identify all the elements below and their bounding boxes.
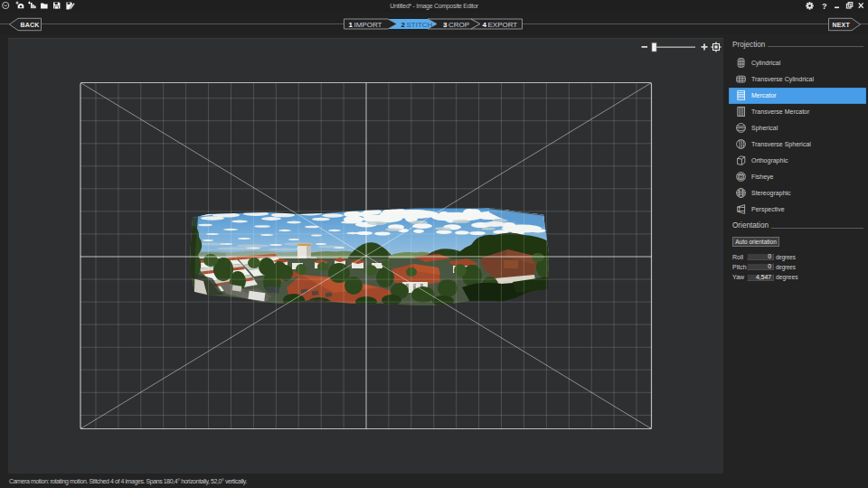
svg-text:EXPORT: EXPORT (488, 21, 518, 29)
svg-text:2: 2 (401, 21, 406, 29)
svg-text:CROP: CROP (448, 21, 469, 29)
svg-text:IMPORT: IMPORT (354, 21, 382, 29)
svg-text:4: 4 (483, 21, 487, 29)
svg-text:NEXT: NEXT (833, 22, 851, 28)
svg-text:3: 3 (443, 21, 448, 29)
svg-text:STITCH: STITCH (407, 21, 433, 29)
svg-text:?: ? (822, 2, 827, 11)
svg-text:1: 1 (349, 21, 354, 29)
svg-text:BACK: BACK (21, 22, 40, 28)
